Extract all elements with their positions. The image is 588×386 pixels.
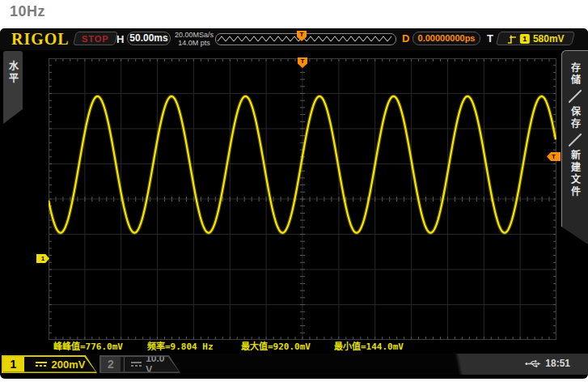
measurement-vmin: 最小值=144.0mV: [334, 339, 404, 352]
top-status-bar: RIGOL STOP H 50.00ms 20.00MSa/s 14.0M pt…: [0, 28, 588, 50]
menu-item-storage[interactable]: 存储: [569, 62, 582, 87]
sample-rate-block: 20.00MSa/s 14.0M pts: [175, 31, 214, 47]
menu-item-save-label: 保存: [569, 106, 582, 130]
bottom-status-bar: 1 200mV 2 10.0 V: [0, 354, 588, 375]
run-status-badge[interactable]: STOP: [73, 32, 118, 45]
diagonal-separator-icon: [569, 134, 582, 147]
channel2-widget[interactable]: 2 10.0 V: [99, 355, 180, 373]
graticule-and-waveform: [49, 58, 556, 340]
trigger-settings-badge[interactable]: 1 580mV: [496, 32, 575, 45]
channel1-scale: 200mV: [52, 358, 86, 371]
horizontal-label: H: [116, 33, 124, 45]
menu-item-new-file-label: 新建文件: [569, 150, 582, 198]
menu-item-storage-label: 存储: [569, 62, 582, 87]
measurement-vpp: 峰峰值=776.0mV: [53, 339, 123, 352]
delay-label: D: [402, 32, 409, 45]
measurement-vmax: 最大值=920.0mV: [241, 339, 311, 352]
menu-item-save[interactable]: 保存: [569, 106, 582, 130]
run-status-label: STOP: [82, 34, 109, 44]
channel2-number-badge: 2: [101, 357, 121, 372]
memory-depth: 14.0M pts: [175, 39, 214, 47]
channel1-ground-marker[interactable]: 1: [36, 254, 49, 263]
storage-softkey-menu: 存储 保存 新建文件: [561, 50, 588, 244]
rigol-logo: RIGOL: [11, 30, 70, 49]
sample-rate: 20.00MSa/s: [175, 31, 214, 39]
channel1-number-badge: 1: [3, 357, 24, 372]
rising-edge-icon: [507, 33, 517, 44]
trigger-label: T: [487, 32, 493, 45]
trigger-channel-badge: 1: [520, 34, 530, 44]
menu-separator: [562, 87, 588, 106]
horizontal-menu-tab[interactable]: 水平: [3, 51, 23, 124]
delay-value[interactable]: 0.00000000ps: [412, 32, 480, 45]
horizontal-menu-label: 水平: [6, 61, 20, 124]
dc-coupling-icon: [36, 362, 47, 367]
oscilloscope-screen: RIGOL STOP H 50.00ms 20.00MSa/s 14.0M pt…: [0, 28, 588, 379]
trigger-level-value: 580mV: [533, 33, 565, 45]
menu-separator: [562, 130, 588, 150]
usb-icon: [525, 359, 541, 368]
measurement-freq: 频率=9.804 Hz: [147, 339, 214, 352]
timebase-value[interactable]: 50.00ms: [127, 32, 171, 45]
menu-item-new-file[interactable]: 新建文件: [569, 150, 582, 198]
page-title: 10Hz: [10, 3, 45, 20]
channel1-widget[interactable]: 1 200mV: [2, 355, 97, 373]
dc-coupling-icon: [131, 362, 142, 367]
clock: 18:51: [545, 358, 570, 369]
diagonal-separator-icon: [569, 90, 582, 104]
